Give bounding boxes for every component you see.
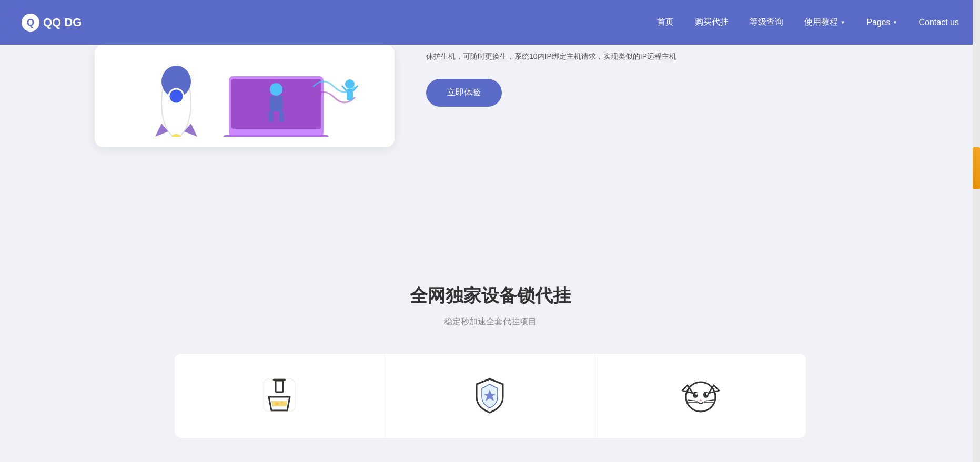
- hero-text-area: 休护生机，可随时更换生，系统10内IP绑定主机请求，实现类似的IP远程主机 立即…: [426, 45, 885, 107]
- feature-card-1: [175, 354, 385, 438]
- svg-rect-8: [279, 111, 284, 122]
- logo[interactable]: Q QQ DG: [21, 13, 82, 32]
- svg-text:Q: Q: [27, 17, 34, 28]
- svg-point-25: [686, 382, 715, 412]
- shield-icon: [469, 375, 511, 417]
- svg-rect-19: [261, 377, 298, 414]
- svg-rect-7: [269, 111, 273, 122]
- svg-rect-24: [264, 379, 295, 412]
- logo-text: QQ DG: [43, 16, 82, 29]
- nav-link-level[interactable]: 等级查询: [750, 17, 783, 28]
- chevron-down-icon: ▼: [840, 19, 845, 25]
- svg-line-35: [704, 400, 714, 401]
- chevron-down-icon: ▼: [893, 19, 898, 25]
- nav-item-pages[interactable]: Pages ▼: [866, 18, 897, 27]
- svg-point-31: [706, 393, 708, 395]
- svg-point-23: [281, 401, 283, 403]
- nav-item-tutorial[interactable]: 使用教程 ▼: [804, 17, 845, 28]
- svg-rect-16: [347, 89, 353, 100]
- nav-link-home[interactable]: 首页: [657, 17, 674, 28]
- scrollbar-thumb[interactable]: [973, 147, 980, 189]
- gamepad-icon: [680, 375, 722, 417]
- svg-point-11: [169, 89, 184, 104]
- nav-item-home[interactable]: 首页: [657, 17, 674, 28]
- svg-rect-6: [270, 96, 282, 111]
- scrollbar-track[interactable]: [973, 0, 980, 462]
- feature-card-2: [385, 354, 595, 438]
- nav-item-contact[interactable]: Contact us: [919, 18, 959, 27]
- svg-point-29: [703, 392, 709, 398]
- nav-link-buy[interactable]: 购买代挂: [695, 17, 729, 28]
- svg-line-33: [688, 400, 698, 401]
- features-section: 全网独家设备锁代挂 稳定秒加速全套代挂项目: [0, 252, 980, 459]
- hero-image-card: [95, 45, 395, 147]
- cta-button[interactable]: 立即体验: [426, 79, 502, 107]
- svg-point-30: [695, 393, 698, 395]
- features-subtitle: 稳定秒加速全套代挂项目: [95, 316, 885, 327]
- hero-section: 休护生机，可随时更换生，系统10内IP绑定主机请求，实现类似的IP远程主机 立即…: [0, 45, 980, 147]
- svg-point-28: [693, 392, 698, 398]
- nav-link-pages[interactable]: Pages ▼: [866, 18, 897, 27]
- feature-card-3: [595, 354, 806, 438]
- svg-rect-4: [224, 135, 329, 137]
- svg-point-22: [275, 402, 278, 405]
- navbar-links: 首页 购买代挂 等级查询 使用教程 ▼ Pages ▼: [657, 17, 959, 28]
- main-content: 休护生机，可随时更换生，系统10内IP绑定主机请求，实现类似的IP远程主机 立即…: [0, 0, 980, 462]
- svg-point-5: [270, 83, 282, 96]
- hero-illustration: [118, 55, 371, 137]
- flask-icon: [258, 375, 300, 417]
- svg-marker-32: [699, 399, 702, 401]
- hero-description: 休护生机，可随时更换生，系统10内IP绑定主机请求，实现类似的IP远程主机: [426, 50, 885, 63]
- navbar: Q QQ DG 首页 购买代挂 等级查询 使用教程 ▼: [0, 0, 980, 45]
- section-spacer: [0, 158, 980, 252]
- nav-item-buy[interactable]: 购买代挂: [695, 17, 729, 28]
- nav-item-level[interactable]: 等级查询: [750, 17, 783, 28]
- svg-rect-21: [276, 381, 283, 392]
- features-title: 全网独家设备锁代挂: [95, 284, 885, 308]
- features-cards: [95, 354, 885, 438]
- nav-link-contact[interactable]: Contact us: [919, 18, 959, 27]
- nav-link-tutorial[interactable]: 使用教程 ▼: [804, 17, 845, 28]
- svg-point-15: [345, 79, 355, 89]
- logo-icon: Q: [21, 13, 40, 32]
